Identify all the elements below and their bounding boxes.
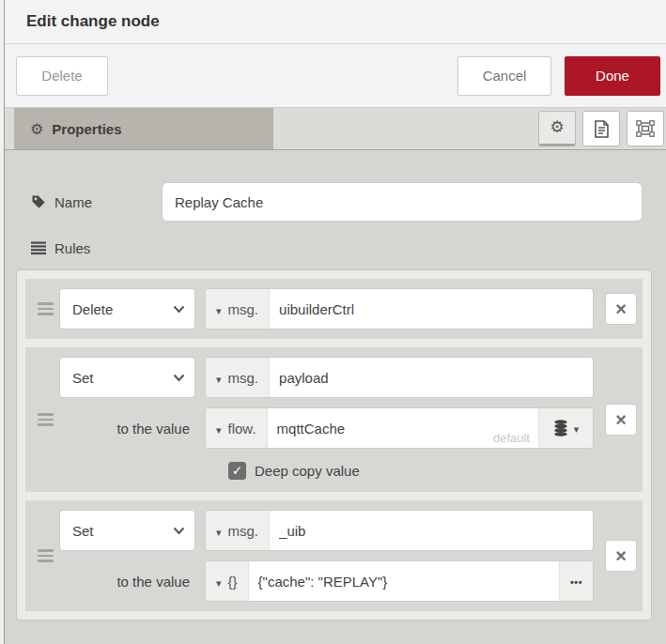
action-select-value: Set bbox=[72, 370, 94, 386]
screen: Edit change node Delete Cancel Done Prop… bbox=[0, 0, 666, 644]
context-store-button[interactable] bbox=[538, 408, 593, 448]
action-select-value: Set bbox=[72, 523, 94, 539]
close-icon bbox=[615, 546, 627, 566]
rule-body: Set msg. bbox=[59, 357, 594, 483]
dialog-header: Edit change node bbox=[5, 0, 666, 44]
gear-icon bbox=[30, 121, 43, 137]
rules-list: Delete msg. bbox=[16, 269, 652, 621]
property-typed-input: msg. bbox=[205, 288, 594, 330]
caret-down-icon bbox=[216, 370, 222, 386]
value-typed-input: {} bbox=[205, 560, 594, 602]
caret-down-icon bbox=[216, 523, 222, 539]
name-field-label: Name bbox=[16, 194, 162, 210]
property-input[interactable] bbox=[270, 289, 593, 329]
rule-item-2: Set msg. bbox=[25, 347, 643, 492]
tab-properties-label: Properties bbox=[52, 121, 121, 137]
edit-change-node-dialog: Edit change node Delete Cancel Done Prop… bbox=[5, 0, 666, 644]
close-icon bbox=[615, 410, 627, 430]
value-input[interactable] bbox=[268, 408, 538, 448]
properties-form: Name Rules bbox=[5, 150, 666, 644]
action-select-value: Delete bbox=[72, 301, 113, 317]
value-type-label: flow. bbox=[228, 421, 256, 437]
property-field bbox=[270, 289, 593, 329]
drag-handle[interactable] bbox=[31, 302, 59, 315]
done-button[interactable]: Done bbox=[565, 56, 660, 96]
gear-icon bbox=[550, 119, 564, 136]
rule-row: Set msg. bbox=[59, 510, 594, 551]
appearance-icon bbox=[636, 120, 655, 137]
rule-item-3: Set msg. bbox=[25, 500, 643, 611]
chevron-down-icon bbox=[173, 374, 185, 382]
property-input[interactable] bbox=[270, 511, 593, 550]
property-typed-input: msg. bbox=[205, 357, 594, 398]
rule-row: to the value {} bbox=[59, 560, 594, 602]
property-field bbox=[270, 511, 593, 550]
remove-rule-button[interactable] bbox=[605, 540, 637, 572]
database-icon bbox=[553, 420, 568, 437]
dialog-toolbar: Delete Cancel Done bbox=[5, 44, 666, 108]
name-row: Name bbox=[16, 182, 652, 222]
document-icon bbox=[594, 120, 610, 138]
cancel-button[interactable]: Cancel bbox=[457, 56, 551, 96]
tab-bar: Properties bbox=[5, 108, 666, 150]
property-type-label: msg. bbox=[228, 523, 259, 539]
delete-button[interactable]: Delete bbox=[16, 56, 108, 96]
name-label: Name bbox=[54, 194, 92, 210]
deep-copy-checkbox[interactable] bbox=[228, 462, 246, 480]
toolbar-right-group: Cancel Done bbox=[457, 56, 660, 96]
rules-label: Rules bbox=[54, 240, 90, 256]
rule-row: to the value flow. default bbox=[59, 407, 594, 449]
chevron-down-icon bbox=[173, 527, 185, 535]
property-type-label: msg. bbox=[228, 301, 259, 317]
dialog-title: Edit change node bbox=[26, 12, 160, 31]
remove-rule-button[interactable] bbox=[605, 404, 637, 436]
caret-down-icon bbox=[216, 301, 222, 317]
value-input[interactable] bbox=[249, 561, 559, 601]
value-type-button[interactable]: {} bbox=[206, 561, 249, 601]
property-type-button[interactable]: msg. bbox=[206, 511, 270, 550]
property-field bbox=[270, 358, 593, 397]
drag-handle[interactable] bbox=[31, 549, 59, 562]
properties-tab-button[interactable] bbox=[538, 111, 576, 146]
caret-down-icon bbox=[574, 420, 580, 437]
value-type-label: {} bbox=[228, 574, 238, 590]
appearance-tab-button[interactable] bbox=[627, 111, 664, 146]
remove-rule-button[interactable] bbox=[605, 293, 637, 325]
rule-body: Set msg. bbox=[59, 510, 594, 602]
value-typed-input: flow. default bbox=[205, 407, 594, 449]
drag-handle[interactable] bbox=[31, 413, 59, 426]
value-field: default bbox=[268, 408, 538, 448]
rule-row: Delete msg. bbox=[59, 288, 594, 330]
to-value-label: to the value bbox=[59, 574, 195, 590]
property-type-button[interactable]: msg. bbox=[206, 289, 270, 329]
caret-down-icon bbox=[216, 421, 222, 437]
ellipsis-icon bbox=[570, 573, 582, 590]
name-input[interactable] bbox=[162, 182, 643, 222]
action-select[interactable]: Set bbox=[59, 510, 195, 551]
deep-copy-row: Deep copy value bbox=[228, 458, 594, 483]
value-type-button[interactable]: flow. bbox=[206, 408, 268, 448]
tab-buttons bbox=[538, 108, 666, 149]
chevron-down-icon bbox=[173, 305, 185, 314]
property-input[interactable] bbox=[270, 358, 593, 397]
rule-row: Set msg. bbox=[59, 357, 594, 398]
property-typed-input: msg. bbox=[205, 510, 594, 551]
rules-section-label: Rules bbox=[16, 240, 652, 256]
property-type-label: msg. bbox=[228, 370, 259, 386]
expand-editor-button[interactable] bbox=[559, 561, 593, 601]
list-icon bbox=[31, 241, 46, 255]
rule-item-1: Delete msg. bbox=[25, 279, 643, 339]
action-select[interactable]: Set bbox=[59, 357, 195, 398]
rule-body: Delete msg. bbox=[59, 288, 594, 330]
deep-copy-label: Deep copy value bbox=[255, 463, 360, 479]
property-type-button[interactable]: msg. bbox=[206, 358, 270, 397]
close-icon bbox=[615, 299, 627, 319]
to-value-label: to the value bbox=[59, 421, 195, 437]
tag-icon bbox=[31, 194, 46, 209]
tab-properties[interactable]: Properties bbox=[14, 108, 273, 149]
description-tab-button[interactable] bbox=[582, 111, 620, 146]
action-select[interactable]: Delete bbox=[59, 288, 195, 330]
value-field bbox=[249, 561, 559, 601]
caret-down-icon bbox=[216, 574, 222, 590]
